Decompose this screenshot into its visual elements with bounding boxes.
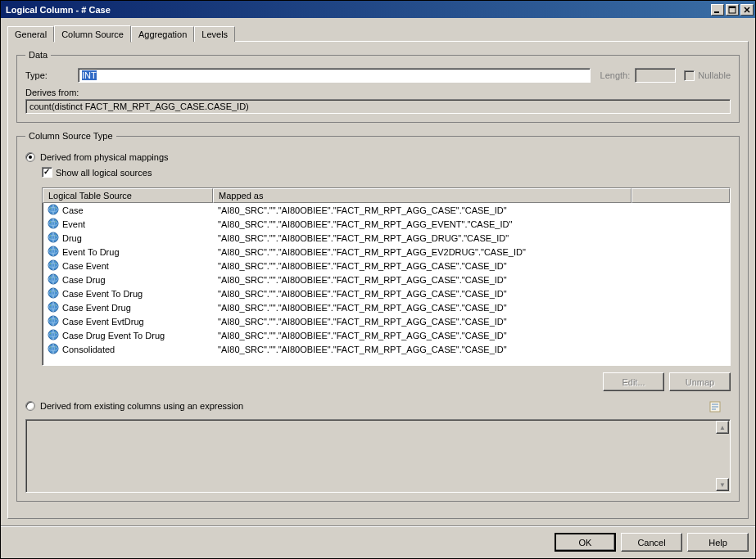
type-field[interactable]: INT	[78, 68, 591, 83]
source-legend: Column Source Type	[25, 131, 116, 141]
derives-field: count(distinct FACT_RM_RPT_AGG_CASE.CASE…	[25, 99, 731, 114]
mapped-as-value: "AI80_SRC".""."AI80OBIEE"."FACT_RM_RPT_A…	[213, 247, 730, 257]
globe-icon	[48, 287, 59, 300]
tabs: General Column Source Aggregation Levels	[7, 25, 749, 42]
tab-column-source[interactable]: Column Source	[54, 25, 131, 43]
mapped-as-value: "AI80_SRC".""."AI80OBIEE"."FACT_RM_RPT_A…	[213, 331, 730, 340]
length-label: Length:	[600, 70, 631, 80]
tab-panel: Data Type: INT Length: Nullable Derives …	[7, 41, 749, 519]
source-name: Case Drug	[62, 275, 106, 285]
mapped-as-value: "AI80_SRC".""."AI80OBIEE"."FACT_RM_RPT_A…	[213, 233, 730, 243]
svg-point-7	[48, 232, 58, 242]
titlebar: Logical Column - # Case	[1, 1, 755, 18]
unmap-button[interactable]: Unmap	[669, 372, 731, 391]
mappings-table[interactable]: Logical Table Source Mapped as Case"AI80…	[42, 187, 731, 366]
source-name: Case Event Drug	[62, 303, 131, 313]
help-button[interactable]: Help	[687, 533, 749, 552]
source-name: Event To Drug	[62, 247, 120, 257]
mapped-as-value: "AI80_SRC".""."AI80OBIEE"."FACT_RM_RPT_A…	[213, 317, 730, 327]
col-logical-table-source[interactable]: Logical Table Source	[43, 188, 213, 203]
ok-button[interactable]: OK	[555, 533, 616, 552]
derives-label: Derives from:	[25, 88, 79, 97]
table-row[interactable]: Case Drug"AI80_SRC".""."AI80OBIEE"."FACT…	[43, 273, 730, 286]
table-row[interactable]: Case Event To Drug"AI80_SRC".""."AI80OBI…	[43, 286, 730, 300]
expression-edit-icon[interactable]	[709, 401, 721, 412]
tab-levels[interactable]: Levels	[194, 26, 235, 42]
type-label: Type:	[25, 70, 78, 80]
radio-expression[interactable]	[25, 401, 35, 411]
source-name: Case Event To Drug	[62, 289, 143, 299]
svg-point-15	[48, 288, 58, 298]
mapped-as-value: "AI80_SRC".""."AI80OBIEE"."FACT_RM_RPT_A…	[213, 289, 730, 299]
column-source-type-group: Column Source Type Derived from physical…	[16, 131, 740, 502]
radio-physical-mappings[interactable]	[25, 152, 35, 162]
svg-point-13	[48, 274, 58, 284]
source-name: Event	[62, 219, 85, 229]
mapped-as-value: "AI80_SRC".""."AI80OBIEE"."FACT_RM_RPT_A…	[213, 261, 730, 271]
svg-point-11	[48, 260, 58, 270]
tab-aggregation[interactable]: Aggregation	[131, 26, 194, 42]
tab-general[interactable]: General	[7, 26, 54, 42]
mapped-as-value: "AI80_SRC".""."AI80OBIEE"."FACT_RM_RPT_A…	[213, 303, 730, 313]
globe-icon	[48, 343, 59, 356]
table-row[interactable]: Event"AI80_SRC".""."AI80OBIEE"."FACT_RM_…	[43, 217, 730, 231]
source-name: Case	[62, 205, 84, 215]
edit-button[interactable]: Edit...	[603, 372, 664, 391]
close-button[interactable]	[740, 4, 754, 16]
dialog-window: Logical Column - # Case General Column S…	[0, 0, 756, 559]
globe-icon	[48, 259, 59, 273]
mapped-as-value: "AI80_SRC".""."AI80OBIEE"."FACT_RM_RPT_A…	[213, 345, 730, 354]
table-row[interactable]: Drug"AI80_SRC".""."AI80OBIEE"."FACT_RM_R…	[43, 231, 730, 245]
source-name: Drug	[62, 233, 82, 243]
minimize-button[interactable]	[711, 4, 724, 16]
globe-icon	[48, 329, 59, 342]
table-row[interactable]: Case Drug Event To Drug"AI80_SRC".""."AI…	[43, 328, 730, 342]
col-mapped-as[interactable]: Mapped as	[213, 188, 632, 203]
table-row[interactable]: Case Event Drug"AI80_SRC".""."AI80OBIEE"…	[43, 300, 730, 314]
source-name: Case Event	[62, 261, 109, 271]
globe-icon	[48, 246, 59, 259]
scrollbar: ▲ ▼	[716, 421, 729, 491]
window-title: Logical Column - # Case	[2, 5, 709, 15]
svg-point-21	[48, 330, 58, 340]
data-legend: Data	[25, 50, 51, 60]
svg-point-3	[48, 205, 58, 214]
svg-rect-0	[714, 11, 719, 13]
maximize-button[interactable]	[726, 4, 739, 16]
globe-icon	[48, 315, 59, 328]
mapped-as-value: "AI80_SRC".""."AI80OBIEE"."FACT_RM_RPT_A…	[213, 205, 730, 215]
scroll-down-button[interactable]: ▼	[716, 478, 729, 491]
col-spacer	[632, 188, 730, 203]
data-group: Data Type: INT Length: Nullable Derives …	[16, 50, 740, 123]
expression-textarea: ▲ ▼	[25, 419, 731, 493]
source-name: Case Drug Event To Drug	[62, 331, 165, 340]
cancel-button[interactable]: Cancel	[621, 533, 682, 552]
table-row[interactable]: Consolidated"AI80_SRC".""."AI80OBIEE"."F…	[43, 342, 730, 356]
svg-point-19	[48, 316, 58, 326]
dialog-footer: OK Cancel Help	[1, 525, 755, 558]
nullable-label: Nullable	[698, 70, 731, 80]
length-field	[635, 68, 676, 83]
source-name: Consolidated	[62, 345, 115, 354]
scroll-up-button[interactable]: ▲	[716, 421, 729, 434]
mapped-as-value: "AI80_SRC".""."AI80OBIEE"."FACT_RM_RPT_A…	[213, 219, 730, 229]
svg-point-9	[48, 246, 58, 256]
source-name: Case Event EvtDrug	[62, 317, 144, 327]
globe-icon	[48, 232, 59, 245]
table-row[interactable]: Case Event EvtDrug"AI80_SRC".""."AI80OBI…	[43, 314, 730, 328]
globe-icon	[48, 301, 59, 314]
globe-icon	[48, 218, 59, 231]
table-row[interactable]: Case"AI80_SRC".""."AI80OBIEE"."FACT_RM_R…	[43, 203, 730, 217]
svg-point-23	[48, 344, 58, 354]
svg-point-5	[48, 219, 58, 228]
show-all-checkbox[interactable]	[42, 167, 52, 178]
mapped-as-value: "AI80_SRC".""."AI80OBIEE"."FACT_RM_RPT_A…	[213, 275, 730, 285]
globe-icon	[48, 273, 59, 286]
nullable-checkbox	[684, 70, 695, 81]
show-all-label: Show all logical sources	[56, 168, 152, 178]
table-row[interactable]: Case Event"AI80_SRC".""."AI80OBIEE"."FAC…	[43, 259, 730, 273]
table-row[interactable]: Event To Drug"AI80_SRC".""."AI80OBIEE"."…	[43, 245, 730, 259]
radio-physical-label: Derived from physical mappings	[40, 152, 169, 162]
radio-expression-label: Derived from existing columns using an e…	[40, 401, 243, 411]
globe-icon	[48, 204, 59, 217]
